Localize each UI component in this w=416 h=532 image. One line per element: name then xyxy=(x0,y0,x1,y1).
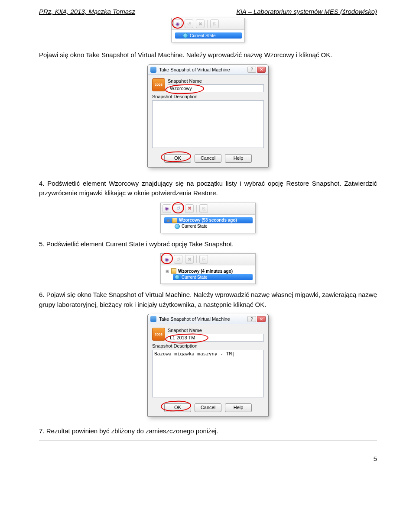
snapshot-name-input[interactable] xyxy=(168,84,264,92)
current-state-icon xyxy=(183,33,188,38)
os-logo-icon: 2008 xyxy=(152,78,165,91)
paragraph-5: Podświetlić element Current State i wybr… xyxy=(46,240,234,248)
take-snapshot-dialog-2: Take Snapshot of Virtual Machine ? ✕ 200… xyxy=(147,314,269,417)
snapshot-tree-panel-3: ◉ ↺ ✖ ⎘ ▣ Wzorcowy (4 minutes ago) xyxy=(160,253,256,284)
help-button-icon[interactable]: ? xyxy=(247,316,256,322)
snapshot-name-label: Snapshot Name xyxy=(168,78,264,84)
restore-snapshot-icon[interactable]: ↺ xyxy=(174,204,182,213)
take-snapshot-icon[interactable]: ◉ xyxy=(162,255,171,264)
current-state-icon xyxy=(175,274,180,280)
snapshot-toolbar-panel: ◉ ↺ ✖ ⎘ └ Current State xyxy=(171,18,245,42)
footer-rule xyxy=(39,441,377,441)
paragraph-1: Pojawi się okno Take Snapshot of Virtual… xyxy=(39,51,332,58)
dialog-title: Take Snapshot of Virtual Machine xyxy=(159,316,230,322)
page-number: 5 xyxy=(39,455,377,462)
tree-item-wzorcowy[interactable]: ▣ Wzorcowy (53 seconds ago) xyxy=(164,217,253,223)
snapshot-description-label: Snapshot Description xyxy=(152,94,264,99)
take-snapshot-icon[interactable]: ◉ xyxy=(162,204,171,213)
snapshot-icon xyxy=(172,218,177,223)
step-number-5: 5. xyxy=(39,240,45,248)
snapshot-tree-panel-2: ◉ ↺ ✖ ⎘ ▣ Wzorcowy (53 seconds ago) xyxy=(160,203,256,233)
tree-current-state[interactable]: └ Current State xyxy=(175,32,242,39)
os-logo-icon: 2008 xyxy=(152,328,165,341)
paragraph-6: Pojawi się okno Take Snapshot of Virtual… xyxy=(39,291,377,308)
paragraph-7: Rezultat powinien być zbliżony do zamies… xyxy=(46,427,218,435)
help-button[interactable]: Help xyxy=(225,154,252,163)
tree-item-wzorcowy[interactable]: ▣ Wzorcowy (4 minutes ago) xyxy=(164,268,253,274)
delete-snapshot-icon[interactable]: ✖ xyxy=(196,19,205,28)
tree-current-state[interactable]: Current State xyxy=(164,223,253,229)
tree-expand-icon: ▣ xyxy=(166,218,170,222)
tree-connector-icon: └ xyxy=(177,33,181,38)
snapshot-description-label: Snapshot Description xyxy=(152,343,264,348)
dialog-title: Take Snapshot of Virtual Machine xyxy=(159,67,230,72)
delete-snapshot-icon[interactable]: ✖ xyxy=(185,255,194,264)
tree-current-state-label: Current State xyxy=(182,275,207,280)
clone-icon[interactable]: ⎘ xyxy=(199,204,208,213)
ok-button[interactable]: OK xyxy=(164,154,191,163)
snapshot-icon xyxy=(171,268,176,274)
help-button[interactable]: Help xyxy=(225,403,252,412)
close-icon[interactable]: ✕ xyxy=(257,316,266,322)
restore-snapshot-icon[interactable]: ↺ xyxy=(174,255,182,264)
step-number-6: 6. xyxy=(39,291,45,298)
header-left: PRz, KIiA, 2013, Mączka Tomasz xyxy=(39,8,135,15)
cancel-button[interactable]: Cancel xyxy=(195,154,221,163)
ok-button[interactable]: OK xyxy=(164,403,191,412)
clone-icon[interactable]: ⎘ xyxy=(199,255,208,264)
restore-snapshot-icon[interactable]: ↺ xyxy=(185,19,193,28)
tree-expand-icon: ▣ xyxy=(165,269,169,273)
current-state-icon xyxy=(175,224,180,229)
help-button-icon[interactable]: ? xyxy=(247,67,256,73)
step-number-7: 7. xyxy=(39,427,45,435)
dialog-app-icon xyxy=(150,316,156,322)
snapshot-description-input[interactable] xyxy=(152,350,264,397)
close-icon[interactable]: ✕ xyxy=(257,67,266,73)
tree-item-label: Wzorcowy (4 minutes ago) xyxy=(178,269,233,274)
cancel-button[interactable]: Cancel xyxy=(195,403,221,412)
paragraph-4: Podświetlić element Wzorcowy znajdujący … xyxy=(39,180,377,197)
tree-current-state[interactable]: Current State xyxy=(173,274,253,280)
snapshot-name-input[interactable] xyxy=(168,334,264,342)
take-snapshot-dialog-1: Take Snapshot of Virtual Machine ? ✕ 200… xyxy=(147,64,269,168)
snapshot-name-label: Snapshot Name xyxy=(168,328,264,333)
header-right: KiA – Laboratorium systemów MES (środowi… xyxy=(236,8,377,15)
dialog-app-icon xyxy=(150,67,156,73)
clone-icon[interactable]: ⎘ xyxy=(210,19,219,28)
snapshot-description-input[interactable] xyxy=(152,100,264,148)
delete-snapshot-icon[interactable]: ✖ xyxy=(185,204,194,213)
take-snapshot-icon[interactable]: ◉ xyxy=(173,19,182,28)
tree-item-label: Wzorcowy (53 seconds ago) xyxy=(179,218,237,222)
tree-current-state-label: Current State xyxy=(182,224,207,229)
step-number-4: 4. xyxy=(39,180,45,187)
tree-current-state-label: Current State xyxy=(190,33,215,38)
